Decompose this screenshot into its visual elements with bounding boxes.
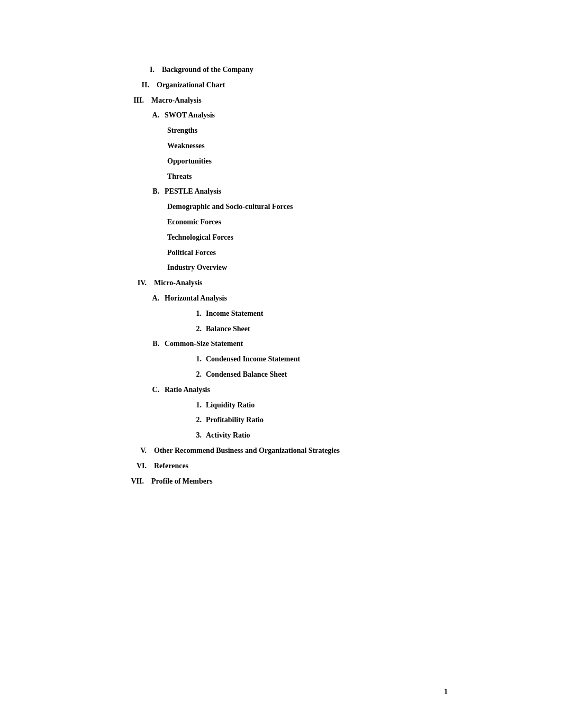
page: I. Background of the Company II. Organiz… bbox=[83, 0, 479, 728]
toc-label-4: Micro-Analysis bbox=[154, 277, 203, 289]
toc-item-4c: C. Ratio Analysis bbox=[114, 384, 448, 396]
toc-item-2: II. Organizational Chart bbox=[114, 79, 448, 92]
toc-label-1: Background of the Company bbox=[162, 63, 253, 76]
toc-item-4b2: 2. Condensed Balance Sheet bbox=[114, 368, 448, 381]
toc-label-4a: Horizontal Analysis bbox=[165, 292, 227, 305]
toc-label-4a1: Income Statement bbox=[206, 307, 263, 320]
roman-numeral-3: III. bbox=[114, 94, 151, 107]
toc-label-4b1: Condensed Income Statement bbox=[206, 353, 300, 366]
toc-item-political: Political Forces bbox=[114, 247, 448, 259]
toc-label-6: References bbox=[154, 460, 188, 472]
number-1-2: 2. bbox=[191, 323, 206, 335]
toc-item-7: VII. Profile of Members bbox=[114, 475, 448, 488]
letter-a-1: A. bbox=[146, 109, 165, 122]
toc-item-weaknesses: Weaknesses bbox=[114, 140, 448, 152]
toc-label-4c1: Liquidity Ratio bbox=[206, 399, 255, 412]
toc-label-opportunities: Opportunities bbox=[167, 155, 212, 168]
toc-item-technological: Technological Forces bbox=[114, 231, 448, 244]
roman-numeral-6: VI. bbox=[114, 460, 154, 472]
letter-b-1: B. bbox=[146, 185, 165, 198]
toc-item-1: I. Background of the Company bbox=[114, 63, 448, 76]
toc-item-4: IV. Micro-Analysis bbox=[114, 277, 448, 289]
number-3-3: 3. bbox=[191, 429, 206, 442]
toc-label-4b: Common-Size Statement bbox=[165, 338, 243, 350]
roman-numeral-1: I. bbox=[114, 63, 162, 76]
number-3-2: 2. bbox=[191, 414, 206, 426]
toc-label-4c2: Profitability Ratio bbox=[206, 414, 264, 426]
toc-item-demographic: Demographic and Socio-cultural Forces bbox=[114, 201, 448, 213]
toc-item-4a2: 2. Balance Sheet bbox=[114, 323, 448, 335]
roman-numeral-2: II. bbox=[114, 79, 157, 92]
toc-label-strengths: Strengths bbox=[167, 124, 197, 137]
toc-label-industry: Industry Overview bbox=[167, 261, 227, 274]
toc-label-4c: Ratio Analysis bbox=[165, 384, 210, 396]
number-2-1: 1. bbox=[191, 353, 206, 366]
toc-item-4b1: 1. Condensed Income Statement bbox=[114, 353, 448, 366]
toc-label-7: Profile of Members bbox=[151, 475, 213, 488]
toc-label-2: Organizational Chart bbox=[157, 79, 225, 92]
toc-label-economic: Economic Forces bbox=[167, 216, 221, 229]
toc-item-4a: A. Horizontal Analysis bbox=[114, 292, 448, 305]
toc-item-strengths: Strengths bbox=[114, 124, 448, 137]
toc-item-3a: A. SWOT Analysis bbox=[114, 109, 448, 122]
toc-item-opportunities: Opportunities bbox=[114, 155, 448, 168]
roman-numeral-7: VII. bbox=[114, 475, 151, 488]
letter-a-2: A. bbox=[146, 292, 165, 305]
toc-item-economic: Economic Forces bbox=[114, 216, 448, 229]
toc-item-5: V. Other Recommend Business and Organiza… bbox=[114, 444, 448, 457]
toc-item-threats: Threats bbox=[114, 170, 448, 183]
toc-label-3: Macro-Analysis bbox=[151, 94, 202, 107]
roman-numeral-4: IV. bbox=[114, 277, 154, 289]
toc-item-6: VI. References bbox=[114, 460, 448, 472]
toc-label-3a: SWOT Analysis bbox=[165, 109, 215, 122]
toc-item-4c3: 3. Activity Ratio bbox=[114, 429, 448, 442]
page-number: 1 bbox=[444, 688, 448, 696]
number-2-2: 2. bbox=[191, 368, 206, 381]
toc-item-4a1: 1. Income Statement bbox=[114, 307, 448, 320]
toc-item-4c1: 1. Liquidity Ratio bbox=[114, 399, 448, 412]
letter-b-2: B. bbox=[146, 338, 165, 350]
toc-item-industry: Industry Overview bbox=[114, 261, 448, 274]
toc-label-4a2: Balance Sheet bbox=[206, 323, 250, 335]
toc-label-5: Other Recommend Business and Organizatio… bbox=[154, 444, 340, 457]
toc-label-technological: Technological Forces bbox=[167, 231, 233, 244]
number-1-1: 1. bbox=[191, 307, 206, 320]
toc-item-3: III. Macro-Analysis bbox=[114, 94, 448, 107]
toc-item-4c2: 2. Profitability Ratio bbox=[114, 414, 448, 426]
letter-c-1: C. bbox=[146, 384, 165, 396]
toc-label-weaknesses: Weaknesses bbox=[167, 140, 205, 152]
toc-label-threats: Threats bbox=[167, 170, 192, 183]
toc-label-demographic: Demographic and Socio-cultural Forces bbox=[167, 201, 293, 213]
number-3-1: 1. bbox=[191, 399, 206, 412]
toc-item-4b: B. Common-Size Statement bbox=[114, 338, 448, 350]
roman-numeral-5: V. bbox=[114, 444, 154, 457]
toc-item-3b: B. PESTLE Analysis bbox=[114, 185, 448, 198]
toc-label-4c3: Activity Ratio bbox=[206, 429, 250, 442]
toc-label-political: Political Forces bbox=[167, 247, 216, 259]
toc-label-3b: PESTLE Analysis bbox=[165, 185, 221, 198]
toc-label-4b2: Condensed Balance Sheet bbox=[206, 368, 287, 381]
